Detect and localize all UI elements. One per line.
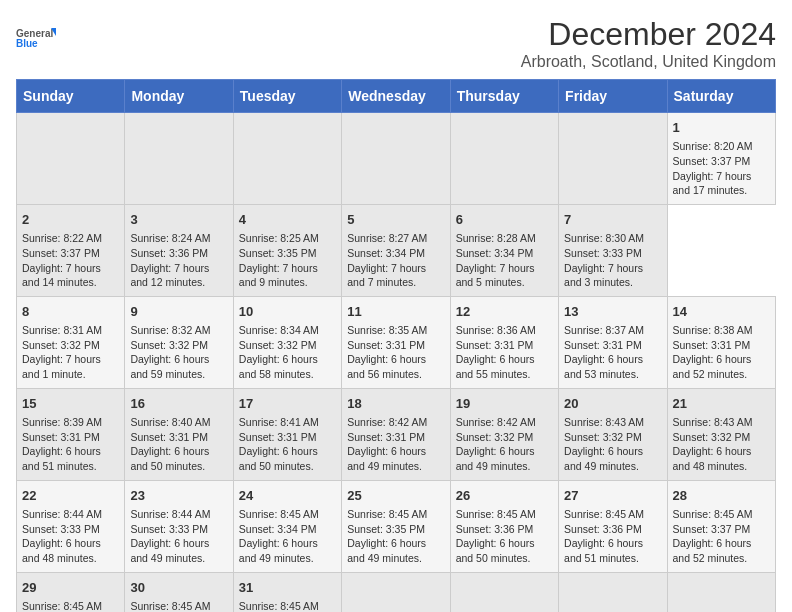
calendar-cell: 31 Sunrise: 8:45 AM Sunset: 3:41 PM Dayl… bbox=[233, 572, 341, 612]
daylight-hours: Daylight: 6 hours and 50 minutes. bbox=[456, 537, 535, 564]
col-saturday: Saturday bbox=[667, 80, 775, 113]
sunrise-time: Sunrise: 8:45 AM bbox=[130, 600, 210, 612]
sunset-time: Sunset: 3:37 PM bbox=[22, 247, 100, 259]
sunset-time: Sunset: 3:36 PM bbox=[456, 523, 534, 535]
day-number: 19 bbox=[456, 395, 553, 413]
col-thursday: Thursday bbox=[450, 80, 558, 113]
calendar-cell: 10 Sunrise: 8:34 AM Sunset: 3:32 PM Dayl… bbox=[233, 296, 341, 388]
calendar-cell: 2 Sunrise: 8:22 AM Sunset: 3:37 PM Dayli… bbox=[17, 204, 125, 296]
sunrise-time: Sunrise: 8:42 AM bbox=[456, 416, 536, 428]
svg-text:Blue: Blue bbox=[16, 38, 38, 49]
sunrise-time: Sunrise: 8:24 AM bbox=[130, 232, 210, 244]
calendar-cell: 25 Sunrise: 8:45 AM Sunset: 3:35 PM Dayl… bbox=[342, 480, 450, 572]
day-number: 29 bbox=[22, 579, 119, 597]
day-number: 5 bbox=[347, 211, 444, 229]
calendar-cell bbox=[559, 113, 667, 205]
day-number: 27 bbox=[564, 487, 661, 505]
sunrise-time: Sunrise: 8:44 AM bbox=[130, 508, 210, 520]
calendar-cell: 23 Sunrise: 8:44 AM Sunset: 3:33 PM Dayl… bbox=[125, 480, 233, 572]
day-number: 22 bbox=[22, 487, 119, 505]
daylight-hours: Daylight: 6 hours and 50 minutes. bbox=[130, 445, 209, 472]
daylight-hours: Daylight: 6 hours and 49 minutes. bbox=[564, 445, 643, 472]
day-number: 13 bbox=[564, 303, 661, 321]
calendar-cell: 12 Sunrise: 8:36 AM Sunset: 3:31 PM Dayl… bbox=[450, 296, 558, 388]
sunset-time: Sunset: 3:35 PM bbox=[239, 247, 317, 259]
day-number: 3 bbox=[130, 211, 227, 229]
calendar-body: 1 Sunrise: 8:20 AM Sunset: 3:37 PM Dayli… bbox=[17, 113, 776, 613]
calendar-cell: 13 Sunrise: 8:37 AM Sunset: 3:31 PM Dayl… bbox=[559, 296, 667, 388]
sunrise-time: Sunrise: 8:36 AM bbox=[456, 324, 536, 336]
calendar-cell: 29 Sunrise: 8:45 AM Sunset: 3:38 PM Dayl… bbox=[17, 572, 125, 612]
daylight-hours: Daylight: 6 hours and 56 minutes. bbox=[347, 353, 426, 380]
calendar-cell: 1 Sunrise: 8:20 AM Sunset: 3:37 PM Dayli… bbox=[667, 113, 775, 205]
sunrise-time: Sunrise: 8:22 AM bbox=[22, 232, 102, 244]
calendar-week-row: 2 Sunrise: 8:22 AM Sunset: 3:37 PM Dayli… bbox=[17, 204, 776, 296]
sunrise-time: Sunrise: 8:39 AM bbox=[22, 416, 102, 428]
calendar-week-row: 22 Sunrise: 8:44 AM Sunset: 3:33 PM Dayl… bbox=[17, 480, 776, 572]
calendar-cell: 11 Sunrise: 8:35 AM Sunset: 3:31 PM Dayl… bbox=[342, 296, 450, 388]
calendar-cell bbox=[559, 572, 667, 612]
day-number: 24 bbox=[239, 487, 336, 505]
sunset-time: Sunset: 3:32 PM bbox=[564, 431, 642, 443]
sunrise-time: Sunrise: 8:45 AM bbox=[564, 508, 644, 520]
sunrise-time: Sunrise: 8:41 AM bbox=[239, 416, 319, 428]
sunset-time: Sunset: 3:31 PM bbox=[456, 339, 534, 351]
day-number: 12 bbox=[456, 303, 553, 321]
sunrise-time: Sunrise: 8:44 AM bbox=[22, 508, 102, 520]
header-row: Sunday Monday Tuesday Wednesday Thursday… bbox=[17, 80, 776, 113]
daylight-hours: Daylight: 6 hours and 49 minutes. bbox=[347, 537, 426, 564]
sunrise-time: Sunrise: 8:38 AM bbox=[673, 324, 753, 336]
daylight-hours: Daylight: 6 hours and 49 minutes. bbox=[456, 445, 535, 472]
day-number: 28 bbox=[673, 487, 770, 505]
sunset-time: Sunset: 3:34 PM bbox=[239, 523, 317, 535]
calendar-cell: 8 Sunrise: 8:31 AM Sunset: 3:32 PM Dayli… bbox=[17, 296, 125, 388]
sunset-time: Sunset: 3:31 PM bbox=[347, 431, 425, 443]
calendar-cell: 30 Sunrise: 8:45 AM Sunset: 3:39 PM Dayl… bbox=[125, 572, 233, 612]
col-friday: Friday bbox=[559, 80, 667, 113]
subtitle: Arbroath, Scotland, United Kingdom bbox=[521, 53, 776, 71]
daylight-hours: Daylight: 6 hours and 48 minutes. bbox=[22, 537, 101, 564]
sunset-time: Sunset: 3:36 PM bbox=[130, 247, 208, 259]
calendar-cell bbox=[125, 113, 233, 205]
sunrise-time: Sunrise: 8:25 AM bbox=[239, 232, 319, 244]
daylight-hours: Daylight: 7 hours and 3 minutes. bbox=[564, 262, 643, 289]
sunset-time: Sunset: 3:31 PM bbox=[239, 431, 317, 443]
sunrise-time: Sunrise: 8:28 AM bbox=[456, 232, 536, 244]
daylight-hours: Daylight: 6 hours and 51 minutes. bbox=[22, 445, 101, 472]
calendar-week-row: 29 Sunrise: 8:45 AM Sunset: 3:38 PM Dayl… bbox=[17, 572, 776, 612]
sunset-time: Sunset: 3:35 PM bbox=[347, 523, 425, 535]
daylight-hours: Daylight: 6 hours and 49 minutes. bbox=[130, 537, 209, 564]
sunrise-time: Sunrise: 8:45 AM bbox=[347, 508, 427, 520]
sunset-time: Sunset: 3:33 PM bbox=[22, 523, 100, 535]
calendar-cell: 20 Sunrise: 8:43 AM Sunset: 3:32 PM Dayl… bbox=[559, 388, 667, 480]
calendar-cell: 19 Sunrise: 8:42 AM Sunset: 3:32 PM Dayl… bbox=[450, 388, 558, 480]
day-number: 2 bbox=[22, 211, 119, 229]
sunrise-time: Sunrise: 8:45 AM bbox=[239, 508, 319, 520]
sunrise-time: Sunrise: 8:45 AM bbox=[456, 508, 536, 520]
sunset-time: Sunset: 3:32 PM bbox=[456, 431, 534, 443]
logo: General Blue bbox=[16, 16, 106, 60]
calendar-cell bbox=[450, 572, 558, 612]
day-number: 23 bbox=[130, 487, 227, 505]
calendar-cell: 17 Sunrise: 8:41 AM Sunset: 3:31 PM Dayl… bbox=[233, 388, 341, 480]
calendar-cell bbox=[233, 113, 341, 205]
calendar-cell bbox=[342, 572, 450, 612]
sunrise-time: Sunrise: 8:40 AM bbox=[130, 416, 210, 428]
svg-text:General: General bbox=[16, 28, 53, 39]
sunrise-time: Sunrise: 8:45 AM bbox=[239, 600, 319, 612]
calendar-cell: 5 Sunrise: 8:27 AM Sunset: 3:34 PM Dayli… bbox=[342, 204, 450, 296]
calendar-cell: 4 Sunrise: 8:25 AM Sunset: 3:35 PM Dayli… bbox=[233, 204, 341, 296]
calendar-cell: 24 Sunrise: 8:45 AM Sunset: 3:34 PM Dayl… bbox=[233, 480, 341, 572]
calendar-cell: 18 Sunrise: 8:42 AM Sunset: 3:31 PM Dayl… bbox=[342, 388, 450, 480]
sunrise-time: Sunrise: 8:20 AM bbox=[673, 140, 753, 152]
day-number: 17 bbox=[239, 395, 336, 413]
sunset-time: Sunset: 3:33 PM bbox=[564, 247, 642, 259]
calendar-cell: 7 Sunrise: 8:30 AM Sunset: 3:33 PM Dayli… bbox=[559, 204, 667, 296]
sunset-time: Sunset: 3:37 PM bbox=[673, 523, 751, 535]
sunrise-time: Sunrise: 8:30 AM bbox=[564, 232, 644, 244]
daylight-hours: Daylight: 7 hours and 12 minutes. bbox=[130, 262, 209, 289]
day-number: 8 bbox=[22, 303, 119, 321]
day-number: 4 bbox=[239, 211, 336, 229]
day-number: 6 bbox=[456, 211, 553, 229]
calendar-cell: 15 Sunrise: 8:39 AM Sunset: 3:31 PM Dayl… bbox=[17, 388, 125, 480]
